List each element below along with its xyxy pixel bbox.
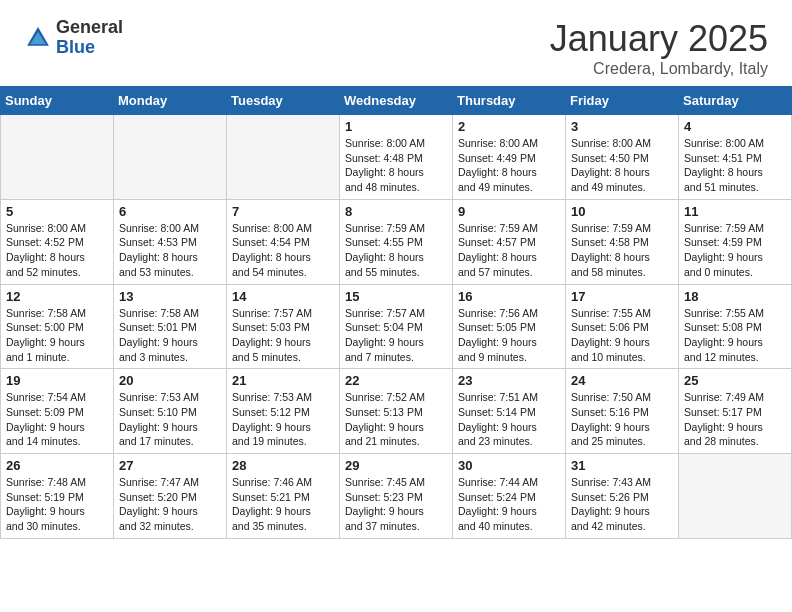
calendar-cell: 1Sunrise: 8:00 AM Sunset: 4:48 PM Daylig…	[340, 115, 453, 200]
weekday-header-wednesday: Wednesday	[340, 87, 453, 115]
day-number: 21	[232, 373, 334, 388]
day-info: Sunrise: 7:59 AM Sunset: 4:58 PM Dayligh…	[571, 221, 673, 280]
calendar-cell: 20Sunrise: 7:53 AM Sunset: 5:10 PM Dayli…	[114, 369, 227, 454]
day-info: Sunrise: 7:56 AM Sunset: 5:05 PM Dayligh…	[458, 306, 560, 365]
calendar-cell: 30Sunrise: 7:44 AM Sunset: 5:24 PM Dayli…	[453, 454, 566, 539]
weekday-header-monday: Monday	[114, 87, 227, 115]
calendar-cell: 6Sunrise: 8:00 AM Sunset: 4:53 PM Daylig…	[114, 199, 227, 284]
calendar-cell: 24Sunrise: 7:50 AM Sunset: 5:16 PM Dayli…	[566, 369, 679, 454]
day-info: Sunrise: 7:53 AM Sunset: 5:10 PM Dayligh…	[119, 390, 221, 449]
day-number: 29	[345, 458, 447, 473]
day-info: Sunrise: 7:57 AM Sunset: 5:03 PM Dayligh…	[232, 306, 334, 365]
calendar-week-4: 19Sunrise: 7:54 AM Sunset: 5:09 PM Dayli…	[1, 369, 792, 454]
day-info: Sunrise: 7:46 AM Sunset: 5:21 PM Dayligh…	[232, 475, 334, 534]
calendar-cell: 12Sunrise: 7:58 AM Sunset: 5:00 PM Dayli…	[1, 284, 114, 369]
calendar-week-5: 26Sunrise: 7:48 AM Sunset: 5:19 PM Dayli…	[1, 454, 792, 539]
calendar-cell: 14Sunrise: 7:57 AM Sunset: 5:03 PM Dayli…	[227, 284, 340, 369]
calendar-cell: 11Sunrise: 7:59 AM Sunset: 4:59 PM Dayli…	[679, 199, 792, 284]
day-info: Sunrise: 8:00 AM Sunset: 4:53 PM Dayligh…	[119, 221, 221, 280]
calendar-cell: 27Sunrise: 7:47 AM Sunset: 5:20 PM Dayli…	[114, 454, 227, 539]
day-number: 11	[684, 204, 786, 219]
day-number: 25	[684, 373, 786, 388]
day-info: Sunrise: 7:52 AM Sunset: 5:13 PM Dayligh…	[345, 390, 447, 449]
day-number: 28	[232, 458, 334, 473]
day-number: 3	[571, 119, 673, 134]
calendar-subtitle: Credera, Lombardy, Italy	[550, 60, 768, 78]
calendar-table: SundayMondayTuesdayWednesdayThursdayFrid…	[0, 86, 792, 539]
calendar-cell: 10Sunrise: 7:59 AM Sunset: 4:58 PM Dayli…	[566, 199, 679, 284]
calendar-cell: 21Sunrise: 7:53 AM Sunset: 5:12 PM Dayli…	[227, 369, 340, 454]
day-info: Sunrise: 8:00 AM Sunset: 4:52 PM Dayligh…	[6, 221, 108, 280]
day-info: Sunrise: 7:47 AM Sunset: 5:20 PM Dayligh…	[119, 475, 221, 534]
day-info: Sunrise: 7:55 AM Sunset: 5:08 PM Dayligh…	[684, 306, 786, 365]
day-number: 5	[6, 204, 108, 219]
calendar-cell: 4Sunrise: 8:00 AM Sunset: 4:51 PM Daylig…	[679, 115, 792, 200]
day-info: Sunrise: 7:57 AM Sunset: 5:04 PM Dayligh…	[345, 306, 447, 365]
calendar-header: SundayMondayTuesdayWednesdayThursdayFrid…	[1, 87, 792, 115]
calendar-cell: 2Sunrise: 8:00 AM Sunset: 4:49 PM Daylig…	[453, 115, 566, 200]
calendar-cell: 15Sunrise: 7:57 AM Sunset: 5:04 PM Dayli…	[340, 284, 453, 369]
calendar-cell: 13Sunrise: 7:58 AM Sunset: 5:01 PM Dayli…	[114, 284, 227, 369]
day-info: Sunrise: 7:44 AM Sunset: 5:24 PM Dayligh…	[458, 475, 560, 534]
day-info: Sunrise: 7:53 AM Sunset: 5:12 PM Dayligh…	[232, 390, 334, 449]
calendar-cell: 25Sunrise: 7:49 AM Sunset: 5:17 PM Dayli…	[679, 369, 792, 454]
calendar-cell	[114, 115, 227, 200]
weekday-header-thursday: Thursday	[453, 87, 566, 115]
day-number: 10	[571, 204, 673, 219]
day-number: 4	[684, 119, 786, 134]
day-number: 31	[571, 458, 673, 473]
day-info: Sunrise: 7:48 AM Sunset: 5:19 PM Dayligh…	[6, 475, 108, 534]
day-number: 18	[684, 289, 786, 304]
day-info: Sunrise: 8:00 AM Sunset: 4:49 PM Dayligh…	[458, 136, 560, 195]
calendar-cell: 22Sunrise: 7:52 AM Sunset: 5:13 PM Dayli…	[340, 369, 453, 454]
calendar-week-3: 12Sunrise: 7:58 AM Sunset: 5:00 PM Dayli…	[1, 284, 792, 369]
weekday-header-sunday: Sunday	[1, 87, 114, 115]
day-info: Sunrise: 8:00 AM Sunset: 4:48 PM Dayligh…	[345, 136, 447, 195]
day-number: 13	[119, 289, 221, 304]
day-number: 19	[6, 373, 108, 388]
calendar-cell: 31Sunrise: 7:43 AM Sunset: 5:26 PM Dayli…	[566, 454, 679, 539]
calendar-week-2: 5Sunrise: 8:00 AM Sunset: 4:52 PM Daylig…	[1, 199, 792, 284]
calendar-week-1: 1Sunrise: 8:00 AM Sunset: 4:48 PM Daylig…	[1, 115, 792, 200]
day-info: Sunrise: 7:59 AM Sunset: 4:59 PM Dayligh…	[684, 221, 786, 280]
weekday-header-friday: Friday	[566, 87, 679, 115]
calendar-cell: 26Sunrise: 7:48 AM Sunset: 5:19 PM Dayli…	[1, 454, 114, 539]
day-number: 27	[119, 458, 221, 473]
logo-icon	[24, 24, 52, 52]
day-number: 12	[6, 289, 108, 304]
day-number: 15	[345, 289, 447, 304]
day-number: 30	[458, 458, 560, 473]
day-number: 1	[345, 119, 447, 134]
page-header: General Blue January 2025 Credera, Lomba…	[0, 0, 792, 86]
calendar-cell: 8Sunrise: 7:59 AM Sunset: 4:55 PM Daylig…	[340, 199, 453, 284]
logo: General Blue	[24, 18, 123, 58]
day-number: 8	[345, 204, 447, 219]
day-info: Sunrise: 7:43 AM Sunset: 5:26 PM Dayligh…	[571, 475, 673, 534]
day-number: 9	[458, 204, 560, 219]
day-number: 20	[119, 373, 221, 388]
calendar-cell: 23Sunrise: 7:51 AM Sunset: 5:14 PM Dayli…	[453, 369, 566, 454]
logo-general: General	[56, 18, 123, 38]
day-number: 14	[232, 289, 334, 304]
weekday-header-saturday: Saturday	[679, 87, 792, 115]
day-info: Sunrise: 7:54 AM Sunset: 5:09 PM Dayligh…	[6, 390, 108, 449]
day-number: 16	[458, 289, 560, 304]
calendar-title: January 2025	[550, 18, 768, 60]
logo-blue: Blue	[56, 38, 123, 58]
day-info: Sunrise: 7:58 AM Sunset: 5:00 PM Dayligh…	[6, 306, 108, 365]
calendar-cell: 18Sunrise: 7:55 AM Sunset: 5:08 PM Dayli…	[679, 284, 792, 369]
day-number: 2	[458, 119, 560, 134]
calendar-body: 1Sunrise: 8:00 AM Sunset: 4:48 PM Daylig…	[1, 115, 792, 539]
day-info: Sunrise: 7:51 AM Sunset: 5:14 PM Dayligh…	[458, 390, 560, 449]
day-info: Sunrise: 7:58 AM Sunset: 5:01 PM Dayligh…	[119, 306, 221, 365]
day-info: Sunrise: 7:50 AM Sunset: 5:16 PM Dayligh…	[571, 390, 673, 449]
weekday-row: SundayMondayTuesdayWednesdayThursdayFrid…	[1, 87, 792, 115]
day-number: 17	[571, 289, 673, 304]
calendar-cell	[1, 115, 114, 200]
day-number: 23	[458, 373, 560, 388]
calendar-cell	[679, 454, 792, 539]
calendar-cell: 19Sunrise: 7:54 AM Sunset: 5:09 PM Dayli…	[1, 369, 114, 454]
weekday-header-tuesday: Tuesday	[227, 87, 340, 115]
day-info: Sunrise: 7:59 AM Sunset: 4:55 PM Dayligh…	[345, 221, 447, 280]
day-number: 7	[232, 204, 334, 219]
